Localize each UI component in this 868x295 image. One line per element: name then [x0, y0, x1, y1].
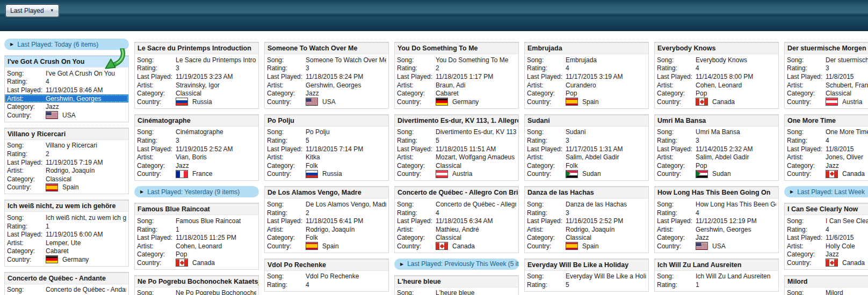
song-card[interactable]: SudaniSong:SudaniRating:3Last Played:11/…: [524, 114, 649, 181]
field-row-country[interactable]: Country:Canada: [395, 242, 518, 250]
field-row-song[interactable]: Song:Divertimento Es-dur, KV 113, 1. All…: [395, 128, 518, 137]
field-row-last_played[interactable]: Last Played:11/18/2015 6:41 PM: [265, 217, 388, 225]
song-card[interactable]: Vdol Po RechenkeSong:Vdol Po RechenkeRat…: [264, 259, 389, 292]
field-row-last_played[interactable]: Last Played:11/19/2015 2:52 AM: [135, 145, 258, 153]
song-card[interactable]: Ich Will Zu Land AusreitenSong:Ich Will …: [654, 259, 779, 292]
field-row-rating[interactable]: Rating:4: [655, 209, 778, 217]
field-row-last_played[interactable]: Last Played:11/14/2015 2:32 AM: [655, 145, 778, 153]
field-row-artist[interactable]: Artist:Kitka: [265, 153, 388, 161]
field-row-song[interactable]: Song:Ich Will Zu Land Ausreiten: [655, 272, 778, 281]
card-title[interactable]: Cinématographe: [135, 115, 258, 127]
song-card[interactable]: Concerto de Québec - AndanteSong:Concert…: [4, 272, 129, 295]
group-by-button[interactable]: Last Played ▼: [5, 4, 59, 17]
card-title[interactable]: Der stuermische Morgen: [785, 42, 868, 54]
field-row-country[interactable]: Country:Canada: [785, 259, 868, 267]
card-title[interactable]: Ich Will Zu Land Ausreiten: [655, 259, 778, 271]
field-row-category[interactable]: Category:Classical: [135, 89, 258, 98]
field-row-song[interactable]: Song:Someone To Watch Over Me: [265, 56, 388, 64]
field-row-category[interactable]: Category:Classical: [5, 175, 128, 183]
field-row-song[interactable]: Song:Ich weiß nicht, zu wem ich gehöre: [5, 213, 128, 222]
field-row-artist[interactable]: Artist:Schubert, Franz: [785, 81, 868, 90]
field-row-rating[interactable]: Rating:5: [395, 136, 518, 145]
field-row-artist[interactable]: Artist:Holly Cole: [785, 242, 868, 250]
field-row-category[interactable]: Category:Pop: [655, 89, 778, 98]
card-title[interactable]: You Do Something To Me: [395, 42, 518, 54]
field-row-song[interactable]: Song:Sudani: [525, 128, 648, 137]
field-row-song[interactable]: Song:Cinématographe: [135, 128, 258, 137]
field-row-song[interactable]: Song:Der stuermische Morgen: [785, 56, 868, 64]
field-row-rating[interactable]: Rating:3: [785, 64, 868, 73]
field-row-song[interactable]: Song:I've Got A Crush On You: [5, 69, 128, 78]
field-row-country[interactable]: Country:Spain: [5, 183, 128, 192]
card-title[interactable]: Vdol Po Rechenke: [265, 259, 388, 271]
card-title[interactable]: Everybody Knows: [655, 42, 778, 54]
field-row-artist[interactable]: Artist:Jones, Oliver: [785, 153, 868, 161]
field-row-rating[interactable]: Rating:4: [265, 281, 388, 289]
field-row-last_played[interactable]: Last Played:11/14/2015 8:00 PM: [655, 72, 778, 81]
song-card[interactable]: I've Got A Crush On YouSong:I've Got A C…: [4, 55, 129, 122]
field-row-rating[interactable]: Rating:1: [135, 225, 258, 234]
field-row-song[interactable]: Song:Milord: [785, 289, 868, 295]
field-row-last_played[interactable]: Last Played:11/18/2015 6:34 AM: [395, 217, 518, 225]
field-row-category[interactable]: Category:Folk: [265, 161, 388, 170]
card-title[interactable]: Le Sacre du Printemps Introduction: [135, 42, 258, 54]
song-card[interactable]: Villano y RicercariSong:Villano y Ricerc…: [4, 128, 129, 195]
field-row-last_played[interactable]: Last Played:11/19/2015 7:19 AM: [5, 158, 128, 167]
field-row-song[interactable]: Song:Famous Blue Raincoat: [135, 217, 258, 225]
field-row-artist[interactable]: Artist:Stravinsky, Igor: [135, 81, 258, 90]
field-row-country[interactable]: Country:USA: [5, 111, 128, 120]
song-card[interactable]: You Do Something To MeSong:You Do Someth…: [394, 42, 519, 109]
card-title[interactable]: Embrujada: [525, 42, 648, 54]
field-row-song[interactable]: Song:Danza de las Hachas: [525, 200, 648, 209]
field-row-artist[interactable]: Artist:Rodrigo, Joaquín: [265, 225, 388, 234]
field-row-artist[interactable]: Artist:Rodrigo, Joaquín: [5, 166, 128, 175]
field-row-rating[interactable]: Rating:4: [785, 136, 868, 145]
field-row-last_played[interactable]: Last Played:11/19/2015 8:46 AM: [5, 86, 128, 94]
field-row-rating[interactable]: Rating:3: [135, 64, 258, 73]
field-row-country[interactable]: Country:Russia: [135, 98, 258, 106]
field-row-song[interactable]: Song:How Long Has This Been Going On: [655, 200, 778, 209]
field-row-last_played[interactable]: Last Played:11/6/2015: [785, 233, 868, 242]
song-card[interactable]: Le Sacre du Printemps IntroductionSong:L…: [134, 42, 259, 109]
field-row-country[interactable]: Country:Russia: [265, 170, 388, 179]
field-row-category[interactable]: Category:Jazz: [655, 234, 778, 242]
field-row-category[interactable]: Category:Pop: [135, 250, 258, 259]
field-row-category[interactable]: Category:Jazz: [785, 161, 868, 170]
field-row-song[interactable]: Song:Umri Ma Bansa: [655, 128, 778, 137]
card-title[interactable]: Po Polju: [265, 115, 388, 127]
field-row-country[interactable]: Country:Canada: [655, 98, 778, 106]
field-row-last_played[interactable]: Last Played:11/18/2015 8:24 PM: [265, 72, 388, 81]
field-row-song[interactable]: Song:Concerto de Québec - Allegro Con Br…: [395, 200, 518, 209]
card-title[interactable]: Villano y Ricercari: [5, 128, 128, 140]
group-header[interactable]: ▶Last Played: Last Week: [784, 186, 868, 197]
field-row-artist[interactable]: Artist:Gershwin, Georges: [265, 81, 388, 90]
field-row-song[interactable]: Song:De Los Alamos Vengo, Madre: [265, 200, 388, 209]
card-title[interactable]: Sudani: [525, 115, 648, 127]
card-title[interactable]: Famous Blue Raincoat: [135, 203, 258, 215]
field-row-country[interactable]: Country:Spain: [525, 242, 648, 250]
field-row-last_played[interactable]: Last Played:11/18/2015 7:14 PM: [265, 145, 388, 153]
song-card[interactable]: Everybody KnowsSong:Everybody KnowsRatin…: [654, 42, 779, 109]
song-card[interactable]: Po PoljuSong:Po PoljuRating:5Last Played…: [264, 114, 389, 181]
card-title[interactable]: One More Time: [785, 115, 868, 127]
field-row-song[interactable]: Song:Embrujada: [525, 56, 648, 64]
field-row-song[interactable]: Song:Ne Po Pogrebu Bochonochek Kataetsja: [135, 289, 258, 295]
field-row-last_played[interactable]: Last Played:11/8/2015: [785, 145, 868, 153]
field-row-last_played[interactable]: Last Played:11/17/2015 1:31 AM: [525, 145, 648, 153]
field-row-artist[interactable]: Artist:Gershwin, Georges: [5, 94, 128, 103]
song-card[interactable]: Concerto de Québec - Allegro Con BrioSon…: [394, 186, 519, 253]
card-title[interactable]: Concerto de Québec - Andante: [5, 272, 128, 284]
field-row-song[interactable]: Song:Vdol Po Rechenke: [265, 272, 388, 281]
group-header[interactable]: ▶Last Played: Yesterday (9 items): [134, 186, 259, 197]
song-card[interactable]: EmbrujadaSong:EmbrujadaRating:4Last Play…: [524, 42, 649, 109]
field-row-last_played[interactable]: Last Played:11/18/2015 11:51 AM: [395, 145, 518, 153]
field-row-category[interactable]: Category:Jazz: [785, 250, 868, 259]
field-row-country[interactable]: Country:Germany: [395, 98, 518, 106]
song-card[interactable]: MilordSong:Milord: [784, 275, 868, 295]
field-row-artist[interactable]: Artist:Cohen, Leonard: [655, 81, 778, 90]
field-row-artist[interactable]: Artist:Gershwin, Georges: [655, 225, 778, 234]
card-title[interactable]: Everyday Will Be Like a Holiday: [525, 259, 648, 271]
field-row-artist[interactable]: Artist:Rodrigo, Joaquín: [525, 225, 648, 234]
song-card[interactable]: How Long Has This Been Going OnSong:How …: [654, 186, 779, 253]
field-row-rating[interactable]: Rating:5: [525, 281, 648, 289]
